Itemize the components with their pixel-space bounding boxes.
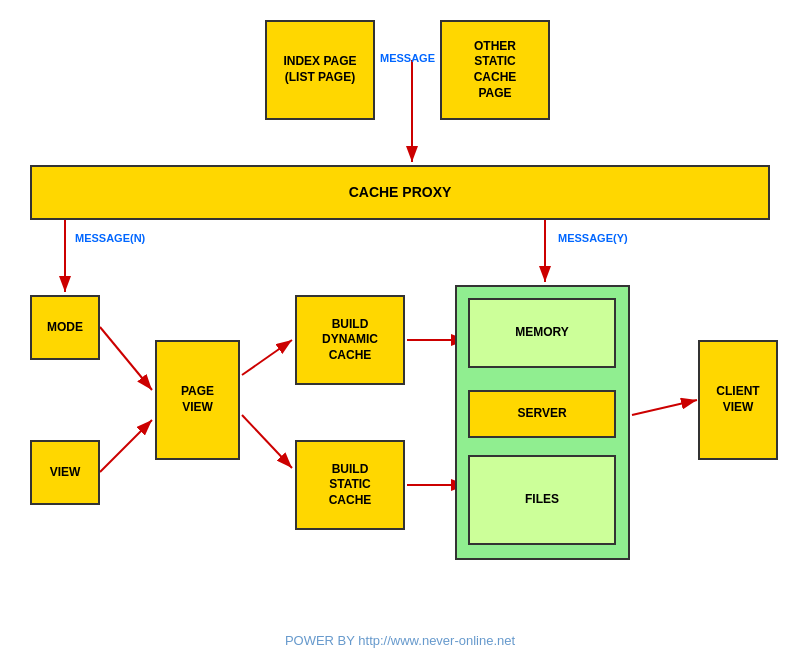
cache-proxy-box: CACHE PROXY <box>30 165 770 220</box>
build-static-cache-box: BUILDSTATICCACHE <box>295 440 405 530</box>
index-page-box: INDEX PAGE (LIST PAGE) <box>265 20 375 120</box>
svg-line-5 <box>100 327 152 390</box>
page-view-box: PAGEVIEW <box>155 340 240 460</box>
memory-box: MEMORY <box>468 298 616 368</box>
svg-line-9 <box>242 415 292 468</box>
message-top-label: MESSAGE <box>380 52 435 64</box>
view-box: VIEW <box>30 440 100 505</box>
message-n-label: MESSAGE(N) <box>75 232 145 244</box>
svg-line-15 <box>632 400 697 415</box>
diagram: INDEX PAGE (LIST PAGE) OTHERSTATICCACHEP… <box>0 0 800 667</box>
client-view-box: CLIENTVIEW <box>698 340 778 460</box>
mode-box: MODE <box>30 295 100 360</box>
build-dynamic-cache-box: BUILDDYNAMICCACHE <box>295 295 405 385</box>
svg-line-7 <box>242 340 292 375</box>
server-box: SERVER <box>468 390 616 438</box>
other-static-cache-box: OTHERSTATICCACHEPAGE <box>440 20 550 120</box>
message-y-label: MESSAGE(Y) <box>558 232 628 244</box>
footer-text: POWER BY http://www.never-online.net <box>200 633 600 648</box>
files-box: FILES <box>468 455 616 545</box>
svg-line-6 <box>100 420 152 472</box>
